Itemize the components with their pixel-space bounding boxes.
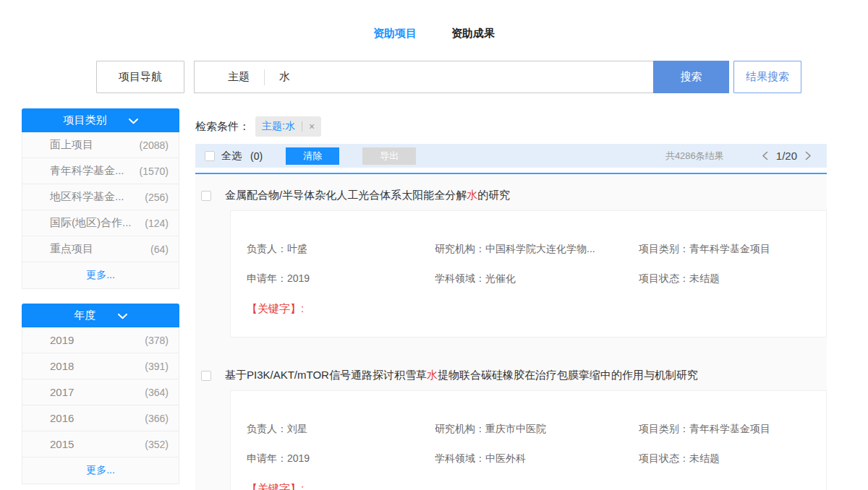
search-row: 项目导航 主题 搜索 结果搜索 bbox=[96, 61, 868, 93]
sidebar-item-year-2019[interactable]: 2019 (378) bbox=[22, 327, 179, 353]
result-title-link[interactable]: 基于PI3K/AKT/mTOR信号通路探讨积雪草水提物联合碳硅橡胶在治疗包膜挛缩… bbox=[225, 369, 698, 382]
field-apply-year: 申请年：2019 bbox=[247, 272, 435, 285]
selected-count: (0) bbox=[250, 150, 263, 162]
sidebar-item-young-scientists-fund[interactable]: 青年科学基金... (1570) bbox=[22, 158, 179, 184]
panel-year: 年度 2019 (378) 2018 (391) 2017 bbox=[22, 304, 179, 484]
chevron-down-icon bbox=[129, 114, 138, 126]
item-label: 2019 bbox=[50, 334, 74, 346]
select-all-checkbox[interactable] bbox=[205, 151, 215, 161]
year-more-link[interactable]: 更多... bbox=[22, 457, 179, 483]
field-principal: 负责人：刘星 bbox=[247, 423, 435, 436]
keywords-label: 【关键字】: bbox=[247, 302, 812, 316]
field-discipline: 学科领域：中医外科 bbox=[435, 452, 639, 465]
keywords-label: 【关键字】: bbox=[247, 482, 812, 490]
page: 资助项目 资助成果 项目导航 主题 搜索 结果搜索 项目类别 bbox=[0, 0, 868, 490]
item-label: 2016 bbox=[50, 412, 74, 424]
sidebar-item-year-2015[interactable]: 2015 (352) bbox=[22, 431, 179, 457]
result-fields: 负责人：叶盛 研究机构：中国科学院大连化学物... 项目类别：青年科学基金项目 … bbox=[247, 243, 812, 285]
title-text: 的研究 bbox=[477, 189, 510, 201]
content-columns: 项目类别 面上项目 (2088) 青年科学基金... (1570) bbox=[0, 108, 868, 490]
item-count: (1570) bbox=[140, 166, 169, 177]
remove-tag-icon[interactable]: × bbox=[309, 121, 315, 132]
panel-title: 项目类别 bbox=[64, 113, 107, 127]
spacer bbox=[184, 61, 194, 93]
sidebar-item-year-2018[interactable]: 2018 (391) bbox=[22, 353, 179, 379]
item-count: (352) bbox=[145, 439, 169, 450]
search-input[interactable] bbox=[279, 71, 653, 83]
search-field-divider bbox=[264, 69, 265, 85]
next-page-icon[interactable] bbox=[805, 151, 812, 160]
field-institution: 研究机构：中国科学院大连化学物... bbox=[435, 243, 639, 256]
result-fields: 负责人：刘星 研究机构：重庆市中医院 项目类别：青年科学基金项目 申请年：201… bbox=[247, 423, 812, 465]
panel-item-list: 2019 (378) 2018 (391) 2017 (364) 2016 (3… bbox=[22, 327, 179, 484]
filter-tag-text: 主题:水 bbox=[262, 120, 295, 133]
results-list: 金属配合物/半导体杂化人工光合体系太阳能全分解水的研究 负责人：叶盛 研究机构：… bbox=[195, 174, 827, 490]
field-apply-year: 申请年：2019 bbox=[247, 452, 435, 465]
tab-funding-results[interactable]: 资助成果 bbox=[451, 27, 495, 40]
result-title-row: 金属配合物/半导体杂化人工光合体系太阳能全分解水的研究 bbox=[195, 189, 827, 202]
result-checkbox[interactable] bbox=[201, 371, 211, 381]
export-button[interactable]: 导出 bbox=[362, 147, 416, 165]
panel-item-list: 面上项目 (2088) 青年科学基金... (1570) 地区科学基金... (… bbox=[22, 132, 179, 289]
field-principal: 负责人：叶盛 bbox=[247, 243, 435, 256]
result-detail-card: 负责人：叶盛 研究机构：中国科学院大连化学物... 项目类别：青年科学基金项目 … bbox=[230, 210, 827, 338]
field-category: 项目类别：青年科学基金项目 bbox=[639, 243, 812, 256]
tab-funded-projects[interactable]: 资助项目 bbox=[373, 27, 417, 40]
item-label: 2017 bbox=[50, 386, 74, 398]
sidebar-item-year-2017[interactable]: 2017 (364) bbox=[22, 379, 179, 405]
prev-page-icon[interactable] bbox=[762, 151, 768, 160]
filter-sidebar: 项目类别 面上项目 (2088) 青年科学基金... (1570) bbox=[22, 108, 179, 490]
item-label: 国际(地区)合作... bbox=[50, 216, 132, 230]
search-field-selector[interactable]: 主题 bbox=[228, 70, 250, 84]
result-count: 共4286条结果 bbox=[665, 150, 724, 163]
field-discipline: 学科领域：光催化 bbox=[435, 272, 639, 285]
title-highlight: 水 bbox=[467, 189, 477, 201]
select-all-label: 全选 bbox=[221, 150, 242, 163]
sidebar-item-regional-science-fund[interactable]: 地区科学基金... (256) bbox=[22, 184, 179, 210]
filter-tag-divider bbox=[302, 121, 302, 132]
sidebar-item-general-program[interactable]: 面上项目 (2088) bbox=[22, 132, 179, 158]
sidebar-item-international-cooperation[interactable]: 国际(地区)合作... (124) bbox=[22, 210, 179, 236]
item-label: 青年科学基金... bbox=[50, 164, 124, 178]
item-count: (391) bbox=[145, 361, 169, 372]
result-search-button[interactable]: 结果搜索 bbox=[733, 61, 801, 93]
project-navigation-button[interactable]: 项目导航 bbox=[96, 61, 184, 93]
title-text: 金属配合物/半导体杂化人工光合体系太阳能全分解 bbox=[225, 189, 467, 201]
item-label: 面上项目 bbox=[50, 138, 93, 152]
item-label: 2018 bbox=[50, 360, 74, 372]
item-label: 2015 bbox=[50, 438, 74, 450]
clear-button[interactable]: 清除 bbox=[286, 147, 339, 165]
title-text: 提物联合碳硅橡胶在治疗包膜挛缩中的作用与机制研究 bbox=[438, 369, 698, 381]
item-count: (124) bbox=[145, 218, 169, 229]
item-count: (2088) bbox=[140, 139, 169, 151]
field-institution: 研究机构：重庆市中医院 bbox=[435, 423, 639, 436]
sidebar-item-year-2016[interactable]: 2016 (366) bbox=[22, 405, 179, 431]
search-conditions-label: 检索条件： bbox=[195, 120, 250, 134]
result-checkbox[interactable] bbox=[201, 191, 211, 201]
field-status: 项目状态：未结题 bbox=[639, 452, 812, 465]
item-label: 地区科学基金... bbox=[50, 190, 124, 204]
panel-project-category: 项目类别 面上项目 (2088) 青年科学基金... (1570) bbox=[22, 108, 179, 289]
search-conditions-row: 检索条件： 主题:水 × bbox=[195, 116, 827, 137]
sidebar-item-key-program[interactable]: 重点项目 (64) bbox=[22, 236, 179, 262]
result-title-row: 基于PI3K/AKT/mTOR信号通路探讨积雪草水提物联合碳硅橡胶在治疗包膜挛缩… bbox=[195, 369, 827, 382]
category-more-link[interactable]: 更多... bbox=[22, 262, 179, 288]
title-highlight: 水 bbox=[427, 369, 438, 381]
results-main: 检索条件： 主题:水 × 全选 (0) 清除 导出 共4286条结果 bbox=[195, 108, 827, 490]
top-tabs: 资助项目 资助成果 bbox=[0, 0, 868, 40]
result-title-link[interactable]: 金属配合物/半导体杂化人工光合体系太阳能全分解水的研究 bbox=[225, 189, 510, 202]
item-count: (64) bbox=[150, 244, 169, 255]
panel-project-category-header[interactable]: 项目类别 bbox=[22, 108, 179, 132]
result-item: 金属配合物/半导体杂化人工光合体系太阳能全分解水的研究 负责人：叶盛 研究机构：… bbox=[195, 189, 827, 338]
item-count: (364) bbox=[145, 387, 169, 398]
title-text: 基于PI3K/AKT/mTOR信号通路探讨积雪草 bbox=[225, 369, 427, 381]
panel-year-header[interactable]: 年度 bbox=[22, 304, 179, 327]
panel-title: 年度 bbox=[75, 309, 96, 322]
result-detail-card: 负责人：刘星 研究机构：重庆市中医院 项目类别：青年科学基金项目 申请年：201… bbox=[230, 390, 827, 490]
search-button[interactable]: 搜索 bbox=[653, 61, 729, 93]
filter-tag-topic-water: 主题:水 × bbox=[255, 116, 321, 137]
field-category: 项目类别：青年科学基金项目 bbox=[639, 423, 812, 436]
field-status: 项目状态：未结题 bbox=[639, 272, 812, 285]
pagination: 1/20 bbox=[762, 150, 812, 162]
item-label: 重点项目 bbox=[50, 242, 93, 256]
